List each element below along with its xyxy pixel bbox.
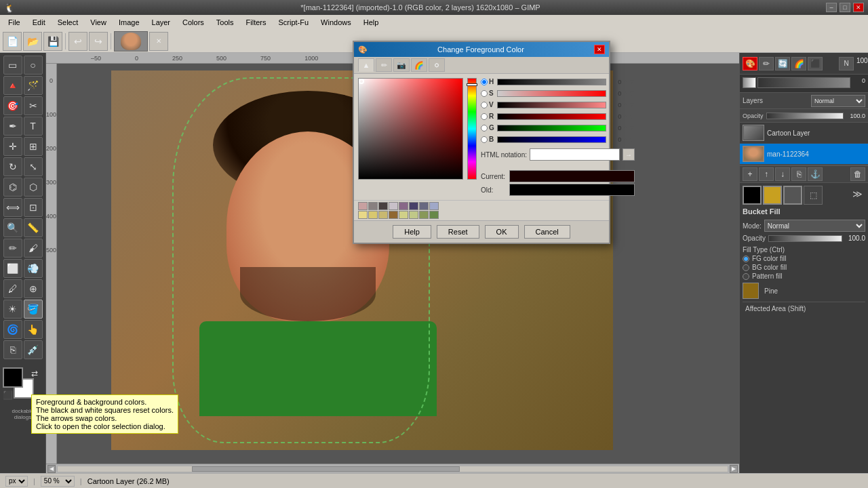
b-radio[interactable]	[481, 136, 488, 143]
b-up[interactable]: ▲	[623, 136, 628, 142]
minimize-button[interactable]: –	[826, 3, 837, 12]
g-dn[interactable]: ▼	[629, 125, 635, 131]
right-tool-2[interactable]: ✏	[759, 57, 774, 70]
tool-flip[interactable]: ⟺	[3, 198, 22, 217]
h-dn[interactable]: ▼	[629, 79, 635, 85]
h-bar[interactable]	[497, 79, 606, 85]
cp-tab-4[interactable]: 🌈	[411, 58, 427, 72]
ok-button[interactable]: OK	[485, 225, 519, 239]
tool-bg-swatch[interactable]	[783, 186, 802, 205]
html-notation-copy-btn[interactable]: →	[623, 148, 635, 161]
menu-help[interactable]: Help	[358, 17, 384, 28]
tool-ellipse-select[interactable]: ○	[24, 56, 43, 75]
swatch-16[interactable]	[429, 211, 439, 219]
tool-ink[interactable]: 🖊	[3, 279, 22, 298]
v-radio[interactable]	[481, 102, 488, 108]
menu-edit[interactable]: Edit	[27, 17, 51, 28]
layer-duplicate-btn[interactable]: ⎘	[791, 167, 806, 181]
v-bar[interactable]	[497, 102, 606, 108]
menu-image[interactable]: Image	[113, 17, 145, 28]
v-dn[interactable]: ▼	[629, 102, 635, 108]
tool-move[interactable]: ✛	[3, 137, 22, 156]
g-up[interactable]: ▲	[623, 125, 628, 131]
tool-scale[interactable]: ⤡	[24, 157, 43, 176]
fill-opacity-slider[interactable]	[768, 235, 842, 242]
swatch-13[interactable]	[399, 211, 408, 219]
s-up[interactable]: ▲	[623, 90, 628, 96]
menu-scriptfu[interactable]: Script-Fu	[273, 17, 314, 28]
menu-filters[interactable]: Filters	[241, 17, 272, 28]
tool-scissors[interactable]: ✂	[24, 96, 43, 115]
cp-tab-2[interactable]: ✏	[376, 58, 392, 72]
right-tool-6[interactable]: N	[839, 57, 854, 70]
tool-rotate[interactable]: ↻	[3, 157, 22, 176]
right-tool-4[interactable]: 🌈	[791, 57, 806, 70]
tool-crop[interactable]: ⊡	[24, 198, 43, 217]
r-radio[interactable]	[481, 113, 488, 120]
tool-dodge[interactable]: ☀	[3, 300, 22, 319]
help-button[interactable]: Help	[393, 225, 431, 239]
swatch-14[interactable]	[409, 211, 418, 219]
toolbar-open[interactable]: 📂	[23, 32, 42, 51]
expand-icon[interactable]: ≫	[850, 186, 865, 205]
menu-select[interactable]: Select	[52, 17, 84, 28]
channel-slider-1[interactable]	[757, 77, 850, 88]
swatch-6[interactable]	[409, 202, 418, 210]
tool-fuzzy-select[interactable]: 🪄	[24, 76, 43, 95]
tool-bucket-fill[interactable]: 🪣	[24, 300, 43, 319]
toolbar-redo[interactable]: ↪	[89, 32, 108, 51]
tool-color-select[interactable]: 🎯	[3, 96, 22, 115]
tool-perspective[interactable]: ⬡	[24, 178, 43, 197]
bg-color-fill-option[interactable]: BG color fill	[743, 264, 865, 271]
cp-tab-1[interactable]: ▲	[358, 58, 374, 72]
swatch-12[interactable]	[389, 211, 398, 219]
opacity-slider[interactable]	[766, 113, 844, 119]
swatch-5[interactable]	[399, 202, 408, 210]
swatch-15[interactable]	[419, 211, 429, 219]
cp-tab-3[interactable]: 📷	[393, 58, 410, 72]
v-up[interactable]: ▲	[623, 102, 628, 108]
h-up[interactable]: ▲	[623, 79, 628, 85]
tool-smudge[interactable]: 👆	[24, 320, 43, 339]
tool-paths[interactable]: ✒	[3, 117, 22, 136]
bg-color-radio[interactable]	[743, 264, 749, 271]
foreground-color[interactable]	[3, 367, 23, 388]
h-scroll-track[interactable]	[57, 466, 728, 472]
right-tool-1[interactable]: 🎨	[743, 57, 757, 70]
tool-color-picker[interactable]: 💉	[24, 340, 43, 359]
swatch-8[interactable]	[429, 202, 439, 210]
fg-color-radio[interactable]	[743, 256, 749, 262]
layer-new-btn[interactable]: +	[743, 167, 757, 181]
swatch-7[interactable]	[419, 202, 429, 210]
swatch-1[interactable]	[358, 202, 368, 210]
menu-windows[interactable]: Windows	[315, 17, 357, 28]
tool-clone[interactable]: ⎘	[3, 340, 22, 359]
s-dn[interactable]: ▼	[629, 90, 635, 96]
menu-tools[interactable]: Tools	[211, 17, 239, 28]
tool-pencil[interactable]: ✏	[3, 239, 22, 258]
s-bar[interactable]	[497, 90, 606, 97]
r-up[interactable]: ▲	[623, 113, 628, 119]
toolbar-undo[interactable]: ↩	[68, 32, 87, 51]
g-radio[interactable]	[481, 125, 488, 131]
scroll-left-btn[interactable]: ◀	[47, 465, 56, 473]
r-bar[interactable]	[497, 113, 606, 120]
menu-colors[interactable]: Colors	[177, 17, 210, 28]
menu-file[interactable]: File	[3, 17, 26, 28]
fill-mode-select[interactable]: Normal	[764, 220, 865, 232]
right-tool-5[interactable]: ⬛	[808, 57, 823, 70]
h-radio[interactable]	[481, 79, 488, 85]
swap-colors-icon[interactable]: ⇄	[31, 369, 38, 378]
tool-measure[interactable]: 📏	[24, 218, 43, 237]
r-dn[interactable]: ▼	[629, 113, 635, 119]
tool-eraser[interactable]: ⬜	[3, 259, 22, 278]
zoom-select[interactable]: 50 %	[41, 476, 75, 487]
tool-rect-select[interactable]: ▭	[3, 56, 22, 75]
close-button[interactable]: ✕	[853, 3, 864, 12]
reset-button[interactable]: Reset	[437, 225, 479, 239]
fg-dialog-close[interactable]: ✕	[594, 45, 605, 54]
tool-align[interactable]: ⊞	[24, 137, 43, 156]
cp-tab-5[interactable]: ⭘	[429, 58, 445, 72]
right-tool-3[interactable]: 🔄	[775, 57, 790, 70]
swatch-3[interactable]	[378, 202, 388, 210]
